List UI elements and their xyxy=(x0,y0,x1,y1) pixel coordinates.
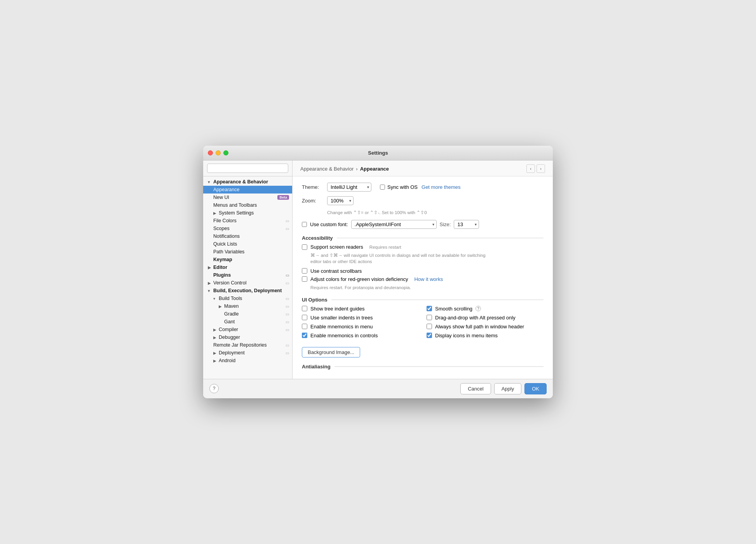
sidebar-item-deployment[interactable]: ▶ Deployment ▭ xyxy=(203,349,292,357)
smaller-indents-row: Use smaller indents in trees xyxy=(302,315,419,321)
display-icons-row: Display icons in menu items xyxy=(427,333,543,338)
color-deficiency-checkbox[interactable] xyxy=(302,276,307,282)
search-wrapper: ⌕ xyxy=(207,164,288,173)
tree-indent-checkbox[interactable] xyxy=(302,306,307,311)
zoom-select-wrapper: 100% 75% 125% 150% xyxy=(327,196,354,205)
mnemonics-controls-checkbox[interactable] xyxy=(302,333,307,338)
tree-indent-row: Show tree indent guides xyxy=(302,306,419,312)
chevron-right-icon: ▶ xyxy=(219,304,224,309)
back-button[interactable]: ‹ xyxy=(526,164,535,173)
mnemonics-menu-checkbox[interactable] xyxy=(302,324,307,329)
display-icons-checkbox[interactable] xyxy=(427,333,432,338)
nav-arrows: ‹ › xyxy=(526,164,545,173)
antialiasing-section-title: Antialiasing xyxy=(302,364,543,370)
sidebar-item-keymap[interactable]: Keymap xyxy=(203,256,292,263)
repo-icon: ▭ xyxy=(286,312,289,316)
screen-readers-checkbox[interactable] xyxy=(302,244,307,250)
ok-button[interactable]: OK xyxy=(524,383,547,394)
sidebar-item-appearance-behavior[interactable]: ▾ Appearance & Behavior xyxy=(203,178,292,186)
mnemonics-menu-row: Enable mnemonics in menu xyxy=(302,324,419,330)
sidebar-item-new-ui[interactable]: New UI Beta xyxy=(203,194,292,201)
background-image-button[interactable]: Background Image... xyxy=(302,347,360,357)
contrast-scrollbars-row: Use contrast scrollbars xyxy=(302,268,543,274)
forward-button[interactable]: › xyxy=(537,164,545,173)
drag-drop-checkbox[interactable] xyxy=(427,315,432,320)
sidebar-item-remote-jar[interactable]: Remote Jar Repositories ▭ xyxy=(203,341,292,349)
chevron-right-icon: ▶ xyxy=(213,359,219,363)
zoom-label: Zoom: xyxy=(302,198,323,204)
ui-options-right: Smooth scrolling ? Drag-and-drop with Al… xyxy=(427,306,543,341)
main-content: ⌕ ▾ Appearance & Behavior Appearance xyxy=(203,160,553,378)
sidebar-item-plugins[interactable]: Plugins ▭ xyxy=(203,271,292,279)
get-more-themes-link[interactable]: Get more themes xyxy=(422,184,460,190)
contrast-scrollbars-label: Use contrast scrollbars xyxy=(310,268,362,274)
repo-icon: ▭ xyxy=(286,328,289,332)
size-select-wrapper: 13 11 12 14 16 xyxy=(454,220,479,229)
search-box: ⌕ xyxy=(203,160,292,176)
sidebar-item-version-control[interactable]: ▶ Version Control ▭ xyxy=(203,279,292,287)
color-deficiency-hint: Requires restart. For protanopia and deu… xyxy=(310,284,543,291)
smooth-scrolling-checkbox[interactable] xyxy=(427,306,432,311)
font-select-wrapper: .AppleSystemUIFont xyxy=(351,220,437,229)
requires-restart-label: Requires restart xyxy=(369,245,401,249)
sidebar-item-compiler[interactable]: ▶ Compiler ▭ xyxy=(203,326,292,333)
font-select[interactable]: .AppleSystemUIFont xyxy=(351,220,437,229)
accessibility-section-title: Accessibility xyxy=(302,235,543,241)
apply-button[interactable]: Apply xyxy=(494,383,522,394)
size-select[interactable]: 13 11 12 14 16 xyxy=(454,220,479,229)
sidebar-item-build-tools[interactable]: ▾ Build Tools ▭ xyxy=(203,295,292,302)
screen-readers-hint: ⌘→ and ⇧⌘→ will navigate UI controls in … xyxy=(310,252,543,265)
repo-icon: ▭ xyxy=(286,227,289,231)
color-deficiency-row: Adjust colors for red-green vision defic… xyxy=(302,276,543,282)
sidebar-item-android[interactable]: ▶ Android xyxy=(203,357,292,364)
minimize-button[interactable] xyxy=(216,150,221,155)
smooth-scrolling-label: Smooth scrolling xyxy=(435,306,472,312)
sidebar-item-notifications[interactable]: Notifications xyxy=(203,232,292,240)
sidebar-item-system-settings[interactable]: ▶ System Settings xyxy=(203,209,292,217)
search-input[interactable] xyxy=(207,164,288,173)
sidebar-item-gradle[interactable]: Gradle ▭ xyxy=(203,310,292,318)
chevron-right-icon: ▶ xyxy=(213,211,219,215)
sidebar-item-menus-toolbars[interactable]: Menus and Toolbars xyxy=(203,201,292,209)
smaller-indents-checkbox[interactable] xyxy=(302,315,307,320)
titlebar: Settings xyxy=(203,146,553,160)
sidebar-item-gant[interactable]: Gant ▭ xyxy=(203,318,292,326)
chevron-right-icon: ▶ xyxy=(213,335,219,340)
repo-icon: ▭ xyxy=(286,343,289,347)
nav-tree: ▾ Appearance & Behavior Appearance New U… xyxy=(203,176,292,378)
zoom-select[interactable]: 100% 75% 125% 150% xyxy=(327,196,354,205)
chevron-down-icon: ▾ xyxy=(213,296,219,301)
zoom-row: Zoom: 100% 75% 125% 150% xyxy=(302,196,543,205)
sidebar-item-scopes[interactable]: Scopes ▭ xyxy=(203,225,292,232)
chevron-down-icon: ▾ xyxy=(208,289,213,293)
sidebar-item-maven[interactable]: ▶ Maven ▭ xyxy=(203,302,292,310)
action-buttons: Cancel Apply OK xyxy=(460,383,547,394)
font-row: Use custom font: .AppleSystemUIFont Size… xyxy=(302,220,543,229)
how-it-works-link[interactable]: How it works xyxy=(414,276,443,282)
sidebar-item-appearance[interactable]: Appearance xyxy=(203,186,292,194)
sidebar-item-build-execution[interactable]: ▾ Build, Execution, Deployment xyxy=(203,287,292,295)
help-button[interactable]: ? xyxy=(209,384,219,393)
cancel-button[interactable]: Cancel xyxy=(460,383,491,394)
sidebar-item-editor[interactable]: ▶ Editor xyxy=(203,263,292,271)
smooth-scrolling-help-icon[interactable]: ? xyxy=(476,306,481,311)
contrast-scrollbars-checkbox[interactable] xyxy=(302,268,307,274)
beta-badge: Beta xyxy=(277,195,289,200)
chevron-right-icon: ▶ xyxy=(213,328,219,332)
sidebar-item-path-variables[interactable]: Path Variables xyxy=(203,248,292,256)
ui-options-grid: Show tree indent guides Use smaller inde… xyxy=(302,306,543,341)
close-button[interactable] xyxy=(208,150,213,155)
full-path-checkbox[interactable] xyxy=(427,324,432,329)
sidebar-item-quick-lists[interactable]: Quick Lists xyxy=(203,240,292,248)
ui-options-left: Show tree indent guides Use smaller inde… xyxy=(302,306,419,341)
color-deficiency-label: Adjust colors for red-green vision defic… xyxy=(310,276,408,282)
bottom-bar: ? Cancel Apply OK xyxy=(203,379,553,398)
sidebar-item-debugger[interactable]: ▶ Debugger xyxy=(203,333,292,341)
theme-select[interactable]: IntelliJ Light Darcula High Contrast xyxy=(327,183,371,192)
maximize-button[interactable] xyxy=(223,150,228,155)
sidebar-item-file-colors[interactable]: File Colors ▭ xyxy=(203,217,292,225)
sync-os-checkbox[interactable] xyxy=(380,185,385,190)
custom-font-checkbox[interactable] xyxy=(302,222,307,227)
full-path-row: Always show full path in window header xyxy=(427,324,543,330)
ui-options-section-title: UI Options xyxy=(302,297,543,303)
